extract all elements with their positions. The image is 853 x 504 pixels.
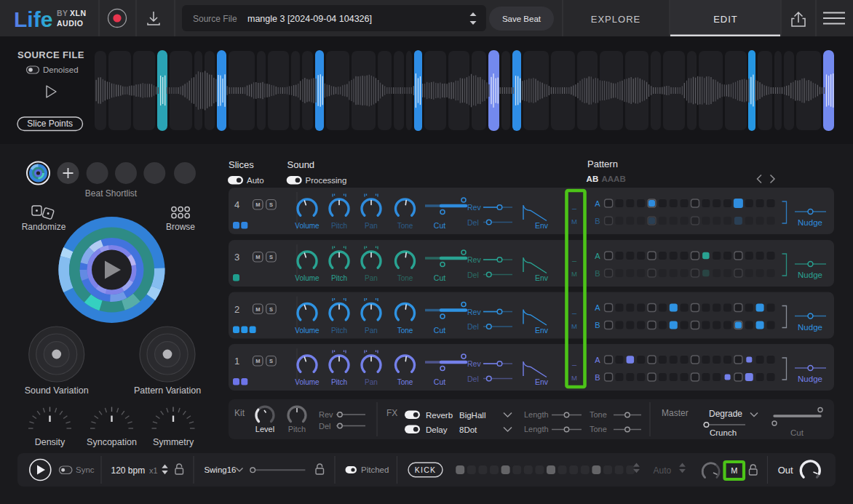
svg-text:Del: Del [467,218,479,227]
svg-text:Out: Out [778,465,793,476]
svg-text:Delay: Delay [426,425,448,434]
svg-text:Pitch: Pitch [331,222,347,230]
svg-text:Nudge: Nudge [798,323,822,332]
svg-text:Env: Env [535,221,549,230]
svg-text:Tone: Tone [590,410,607,419]
svg-text:Browse: Browse [166,222,195,232]
svg-text:B: B [595,321,600,329]
svg-text:B: B [595,373,600,382]
svg-text:Cut: Cut [790,428,804,437]
svg-text:Pan: Pan [365,327,378,335]
svg-text:Del: Del [467,322,479,331]
svg-text:Nudge: Nudge [798,375,822,383]
svg-text:Nudge: Nudge [798,271,822,279]
svg-text:Pitch: Pitch [331,378,347,386]
svg-text:M: M [731,466,737,475]
svg-text:Tone: Tone [590,425,607,433]
svg-text:AB: AB [587,175,599,183]
svg-text:Crunch: Crunch [710,428,737,437]
svg-text:BigHall: BigHall [459,411,485,420]
svg-text:Env: Env [535,326,549,335]
svg-text:Env: Env [535,273,549,282]
svg-text:–: – [572,204,577,212]
svg-text:Cut: Cut [434,326,445,335]
svg-text:Density: Density [35,437,66,447]
svg-text:B: B [595,217,600,225]
svg-text:Pattern Variation: Pattern Variation [134,385,201,396]
svg-text:Env: Env [535,377,549,386]
svg-text:Kit: Kit [234,408,245,418]
svg-text:Degrade: Degrade [709,409,742,419]
svg-text:Rev: Rev [467,255,481,264]
svg-text:Tone: Tone [397,378,413,386]
svg-text:Volume: Volume [295,327,320,335]
svg-text:Pitch: Pitch [331,274,347,282]
svg-text:4: 4 [234,199,239,210]
svg-text:Del: Del [467,375,479,383]
svg-text:Volume: Volume [295,222,320,230]
svg-text:Tone: Tone [397,222,413,230]
svg-text:Volume: Volume [295,378,320,386]
svg-text:Del: Del [319,422,331,431]
svg-text:–: – [572,256,577,265]
svg-text:Master: Master [662,408,689,418]
svg-text:B: B [595,269,600,278]
svg-text:Rev: Rev [467,203,481,212]
svg-text:–: – [572,308,577,317]
svg-text:1: 1 [234,356,239,367]
svg-text:A: A [595,252,600,260]
svg-text:Sound: Sound [287,159,315,170]
svg-text:Denoised: Denoised [43,65,79,74]
svg-text:Sync: Sync [76,465,95,474]
svg-text:Length: Length [524,410,549,419]
svg-text:x1: x1 [149,466,158,475]
svg-text:Syncopation: Syncopation [87,437,137,447]
svg-text:M: M [571,374,577,382]
svg-text:–: – [572,360,577,369]
svg-text:Rev: Rev [467,308,481,316]
svg-text:120 bpm: 120 bpm [111,465,146,476]
svg-text:Swing16: Swing16 [204,465,236,474]
svg-text:AAAB: AAAB [602,175,626,183]
svg-text:SOURCE FILE: SOURCE FILE [17,49,84,60]
svg-text:A: A [595,303,600,312]
svg-text:Pan: Pan [365,274,378,282]
svg-text:M: M [571,217,577,225]
svg-text:Nudge: Nudge [798,218,822,227]
svg-text:Reverb: Reverb [426,411,453,420]
svg-text:Pattern: Pattern [587,159,618,169]
svg-text:Pan: Pan [365,222,378,230]
svg-text:8Dot: 8Dot [459,425,477,434]
svg-text:3: 3 [234,252,239,263]
svg-text:A: A [595,199,600,208]
svg-text:Volume: Volume [295,274,320,282]
svg-text:FX: FX [386,408,397,418]
svg-text:Pitch: Pitch [288,425,306,433]
svg-text:Randomize: Randomize [22,222,66,232]
svg-text:Auto: Auto [247,176,264,185]
svg-text:S: S [269,201,273,208]
svg-text:M: M [255,254,260,260]
svg-text:M: M [571,322,577,330]
svg-text:S: S [269,306,273,313]
svg-text:KICK: KICK [415,465,436,474]
svg-text:S: S [269,254,273,260]
svg-text:S: S [269,358,273,364]
svg-text:A: A [595,356,600,364]
svg-text:Processing: Processing [306,176,347,185]
svg-text:Rev: Rev [467,359,481,368]
svg-text:2: 2 [234,304,239,315]
svg-text:Cut: Cut [434,221,445,230]
svg-text:Sound Variation: Sound Variation [25,385,89,396]
svg-text:Slice Points: Slice Points [27,119,73,129]
svg-text:Beat Shortlist: Beat Shortlist [85,188,138,199]
svg-text:Level: Level [255,425,274,433]
svg-text:Tone: Tone [397,327,413,335]
svg-text:Cut: Cut [434,273,445,282]
svg-text:Tone: Tone [397,274,413,282]
svg-text:Pitch: Pitch [331,327,347,335]
svg-text:Del: Del [467,271,479,279]
svg-text:Slices: Slices [229,159,254,170]
svg-text:Auto: Auto [653,465,671,476]
svg-text:M: M [571,270,577,278]
